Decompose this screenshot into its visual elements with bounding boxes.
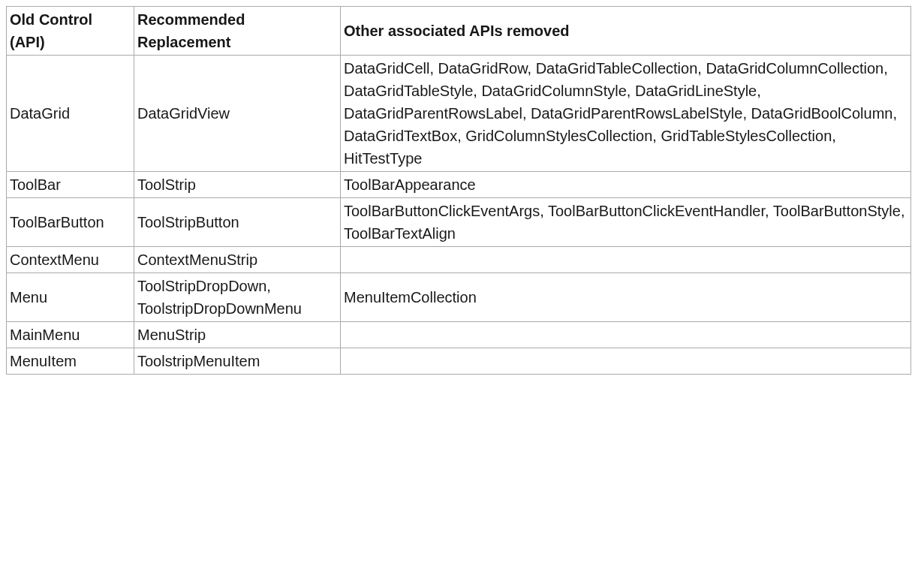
cell-replacement: MenuStrip xyxy=(134,322,341,348)
cell-replacement: ToolStripDropDown, ToolstripDropDownMenu xyxy=(134,273,341,322)
table-row: DataGrid DataGridView DataGridCell, Data… xyxy=(7,56,911,172)
cell-old-control: ToolBar xyxy=(7,172,134,198)
cell-removed xyxy=(341,247,911,273)
col-header-old-control: Old Control (API) xyxy=(7,7,134,56)
col-header-replacement: Recommended Replacement xyxy=(134,7,341,56)
table-row: ToolBarButton ToolStripButton ToolBarBut… xyxy=(7,198,911,247)
cell-removed xyxy=(341,322,911,348)
cell-replacement: ToolStripButton xyxy=(134,198,341,247)
cell-old-control: DataGrid xyxy=(7,56,134,172)
cell-old-control: MainMenu xyxy=(7,322,134,348)
cell-replacement: ToolstripMenuItem xyxy=(134,348,341,375)
table-row: MainMenu MenuStrip xyxy=(7,322,911,348)
table-row: Menu ToolStripDropDown, ToolstripDropDow… xyxy=(7,273,911,322)
cell-old-control: ToolBarButton xyxy=(7,198,134,247)
cell-removed xyxy=(341,348,911,375)
table-row: ToolBar ToolStrip ToolBarAppearance xyxy=(7,172,911,198)
table-row: ContextMenu ContextMenuStrip xyxy=(7,247,911,273)
cell-old-control: Menu xyxy=(7,273,134,322)
cell-old-control: ContextMenu xyxy=(7,247,134,273)
cell-removed: MenuItemCollection xyxy=(341,273,911,322)
cell-removed: DataGridCell, DataGridRow, DataGridTable… xyxy=(341,56,911,172)
cell-removed: ToolBarButtonClickEventArgs, ToolBarButt… xyxy=(341,198,911,247)
col-header-removed: Other associated APIs removed xyxy=(341,7,911,56)
api-replacement-table: Old Control (API) Recommended Replacemen… xyxy=(6,6,911,375)
cell-replacement: ContextMenuStrip xyxy=(134,247,341,273)
table-header-row: Old Control (API) Recommended Replacemen… xyxy=(7,7,911,56)
cell-replacement: DataGridView xyxy=(134,56,341,172)
cell-replacement: ToolStrip xyxy=(134,172,341,198)
cell-removed: ToolBarAppearance xyxy=(341,172,911,198)
table-row: MenuItem ToolstripMenuItem xyxy=(7,348,911,375)
cell-old-control: MenuItem xyxy=(7,348,134,375)
